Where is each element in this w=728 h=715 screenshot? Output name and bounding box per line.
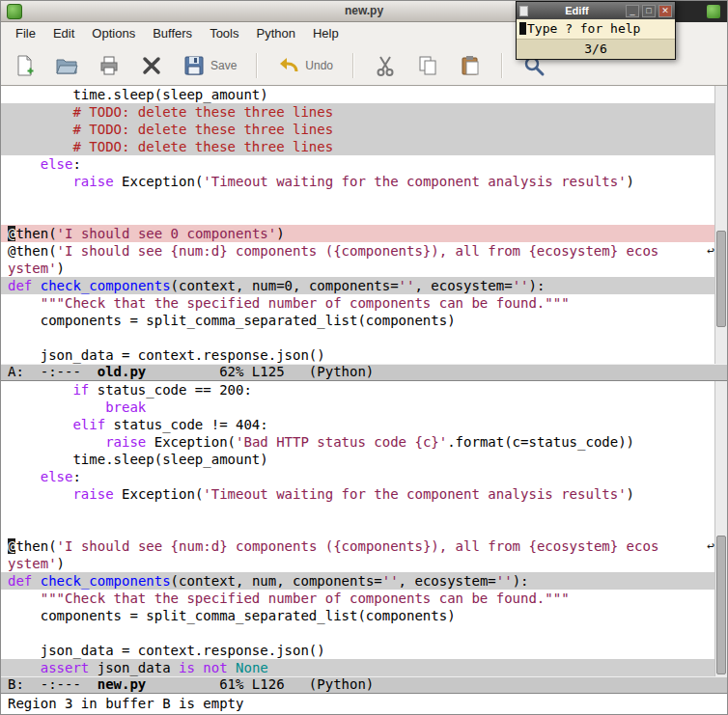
cut-button[interactable] xyxy=(374,54,397,77)
code-line[interactable]: def check_components(context, num=0, com… xyxy=(1,277,716,294)
code-line[interactable]: ystem') xyxy=(1,260,716,277)
modeline-a-prefix: A: -:--- xyxy=(8,364,98,379)
code-token: json_data = context.response.json() xyxy=(8,643,325,658)
code-token: """Check that the specified number of co… xyxy=(41,295,570,311)
code-line[interactable]: """Check that the specified number of co… xyxy=(1,590,716,607)
scrollbar-pane-b[interactable] xyxy=(714,381,727,676)
code-token: Exception( xyxy=(114,174,204,189)
code-token: """Check that the specified number of co… xyxy=(41,591,570,606)
code-line[interactable]: ystem') xyxy=(1,555,716,572)
modeline-buffer-a[interactable]: A: -:--- old.py 62% L125 (Python) xyxy=(1,364,727,381)
code-line[interactable]: @then('I should see {num:d} components (… xyxy=(1,537,716,555)
code-line[interactable]: time.sleep(sleep_amount) xyxy=(1,86,716,103)
code-token: 'I should see {num:d} components ({compo… xyxy=(57,243,659,259)
close-buffer-button[interactable] xyxy=(140,54,163,77)
copy-button[interactable] xyxy=(416,54,439,77)
save-button[interactable]: Save xyxy=(182,54,237,77)
minimize-button[interactable]: _ xyxy=(626,5,639,17)
code-token: 'Timeout waiting for the component analy… xyxy=(203,486,626,502)
echo-message: Region 3 in buffer B is empty xyxy=(8,696,243,711)
code-line[interactable]: break xyxy=(1,399,716,416)
code-line[interactable]: """Check that the specified number of co… xyxy=(1,294,716,312)
code-token xyxy=(8,104,72,120)
code-line[interactable]: components = split_comma_separated_list(… xyxy=(1,312,716,329)
code-token xyxy=(8,156,41,172)
menu-item-buffers[interactable]: Buffers xyxy=(144,22,201,45)
undo-button[interactable]: Undo xyxy=(277,54,333,77)
code-token: @then( xyxy=(8,243,57,259)
print-icon xyxy=(98,54,121,77)
code-token: json_data xyxy=(89,660,179,675)
menu-item-python[interactable]: Python xyxy=(247,22,303,45)
maximize-button[interactable]: □ xyxy=(642,5,656,17)
code-line[interactable]: time.sleep(sleep_amount) xyxy=(1,451,716,468)
paste-button[interactable] xyxy=(459,54,482,77)
code-token: '' xyxy=(399,278,415,293)
code-token: 'I should see 0 components' xyxy=(57,226,277,241)
scrollbar-thumb-b[interactable] xyxy=(716,536,726,674)
modeline-buffer-b[interactable]: B: -:--- new.py 61% L126 (Python) xyxy=(1,676,727,694)
code-line[interactable]: elif status_code != 404: xyxy=(1,416,716,433)
code-line[interactable]: json_data = context.response.json() xyxy=(1,346,716,364)
code-token: ): xyxy=(513,573,529,589)
code-line[interactable] xyxy=(1,207,716,225)
code-token: ystem' xyxy=(8,261,57,276)
scrollbar-pane-a[interactable] xyxy=(714,86,727,364)
toolbar-separator xyxy=(501,53,503,78)
code-token: , ecosystem= xyxy=(399,573,496,589)
code-token xyxy=(8,139,72,154)
code-line[interactable]: raise Exception('Bad HTTP status code {c… xyxy=(1,433,716,451)
menu-item-edit[interactable]: Edit xyxy=(44,22,83,45)
code-line[interactable] xyxy=(1,503,716,520)
code-line[interactable] xyxy=(1,190,716,207)
code-line[interactable]: def check_components(context, num, compo… xyxy=(1,572,716,590)
menu-item-tools[interactable]: Tools xyxy=(201,22,247,45)
code-token: is xyxy=(179,660,195,675)
code-token: components = split_comma_separated_list(… xyxy=(8,608,456,623)
menu-item-options[interactable]: Options xyxy=(83,22,144,45)
code-line[interactable]: if status_code == 200: xyxy=(1,381,716,399)
print-button[interactable] xyxy=(98,54,121,77)
new-file-button[interactable] xyxy=(13,54,36,77)
code-line[interactable]: # TODO: delete these three lines xyxy=(1,103,716,121)
menu-item-help[interactable]: Help xyxy=(304,22,348,45)
code-line[interactable]: raise Exception('Timeout waiting for the… xyxy=(1,485,716,503)
code-token: def xyxy=(8,278,32,293)
code-line[interactable] xyxy=(1,624,716,642)
editor-pane-buffer-b[interactable]: if status_code == 200: break elif status… xyxy=(1,381,716,676)
code-token: not xyxy=(203,660,227,675)
code-token: (context, num=0, components= xyxy=(171,278,399,293)
scrollbar-thumb-a[interactable] xyxy=(716,231,726,327)
code-token: components = split_comma_separated_list(… xyxy=(8,313,456,328)
code-token: # TODO: delete these three lines xyxy=(72,104,333,120)
echo-area[interactable]: Region 3 in buffer B is empty xyxy=(1,694,727,714)
code-token xyxy=(8,469,41,484)
code-token: ): xyxy=(528,278,545,293)
code-token: check_components xyxy=(41,573,171,589)
menu-item-file[interactable]: File xyxy=(7,22,44,45)
close-window-button[interactable]: ✕ xyxy=(658,5,672,17)
open-file-button[interactable] xyxy=(55,54,78,77)
open-folder-icon xyxy=(55,54,78,77)
code-line[interactable] xyxy=(1,520,716,537)
code-line[interactable] xyxy=(1,329,716,346)
code-line[interactable]: raise Exception('Timeout waiting for the… xyxy=(1,173,716,190)
code-line[interactable]: else: xyxy=(1,155,716,173)
code-token: assert xyxy=(41,660,90,675)
toolbar-separator xyxy=(352,53,354,78)
code-line[interactable]: assert json_data is not None xyxy=(1,659,716,676)
code-token xyxy=(228,660,236,675)
code-line[interactable]: # TODO: delete these three lines xyxy=(1,121,716,138)
code-line[interactable]: @then('I should see {num:d} components (… xyxy=(1,242,716,260)
code-line[interactable]: # TODO: delete these three lines xyxy=(1,138,716,155)
code-line[interactable]: @then('I should see 0 components') xyxy=(1,225,716,242)
code-line[interactable]: json_data = context.response.json() xyxy=(1,642,716,659)
code-token: None xyxy=(236,660,268,675)
code-token: # TODO: delete these three lines xyxy=(72,122,333,137)
editor-pane-buffer-a[interactable]: time.sleep(sleep_amount) # TODO: delete … xyxy=(1,86,716,364)
ediff-titlebar[interactable]: Ediff _ □ ✕ xyxy=(517,2,675,19)
code-token: (context, num, components= xyxy=(171,573,382,589)
emacs-mini-icon xyxy=(707,5,720,18)
code-line[interactable]: else: xyxy=(1,468,716,485)
code-line[interactable]: components = split_comma_separated_list(… xyxy=(1,607,716,624)
